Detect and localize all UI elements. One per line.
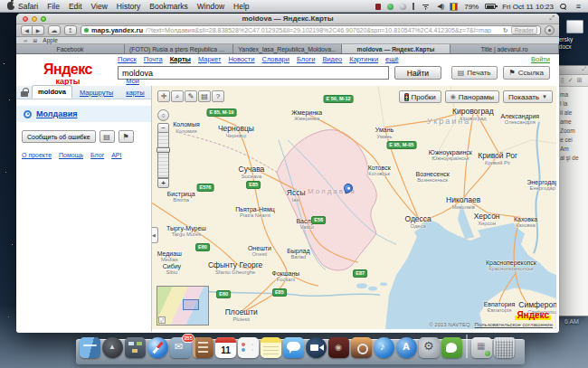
dock-safari[interactable] [147,337,168,358]
notification-center-icon[interactable]: ≡ [576,2,581,11]
dock-reminders[interactable] [238,337,259,358]
share-link-button[interactable]: ⚑ Ссылка [503,66,551,80]
geolocate-button[interactable]: ○ [157,109,169,121]
dock-mission-control[interactable] [125,337,146,358]
yandex-nav-link[interactable]: Почта [144,55,163,63]
magnifier-tool[interactable]: ⌕ [171,90,184,102]
trash-icon[interactable]: ▯ [561,77,564,84]
dock-mail[interactable]: 355 [170,337,191,358]
sidebar-link-button[interactable]: ⚑ [119,130,134,143]
bluetooth-icon[interactable] [413,3,414,10]
yandex-nav-link[interactable]: Поиск [118,55,137,63]
icloud-tabs-button[interactable]: ☁ [48,25,61,35]
dock-notes[interactable] [261,337,281,358]
wifi-icon[interactable] [421,3,431,10]
search-result-item[interactable]: Молдавия [16,106,151,122]
sidebar-tab[interactable]: moldova [32,85,72,99]
sidebar-tab[interactable]: Мои карты [120,75,151,99]
zoom-button[interactable] [41,16,46,22]
background-document-window[interactable]: ⤢ ▯ ✓ ⊞ mal lail aleameZoome ceiAmal şi … [557,65,588,316]
sidebar-collapse-button[interactable]: ◀ [152,227,158,243]
dock-contacts[interactable] [193,337,213,358]
dock-dvd-player[interactable] [328,337,349,358]
fullscreen-icon[interactable]: ⤢ [549,14,555,22]
dock-evernote[interactable] [441,337,462,358]
print-button[interactable]: ▤ Печать [451,66,498,80]
search-input[interactable] [118,66,389,80]
yandex-map-logo[interactable]: Яндекс [515,310,551,320]
grid-icon[interactable]: ⊞ [577,77,583,84]
reading-list-icon[interactable]: ∞ [24,38,27,43]
sidebar-footer-link[interactable]: Блог [90,152,104,158]
menu-item[interactable]: Bookmarks [149,2,188,11]
zoom-slider-handle[interactable] [156,147,170,153]
background-window-titlebar[interactable]: ⤢ [558,66,588,75]
yandex-nav-link[interactable]: Маркет [198,55,221,63]
minimize-button[interactable] [32,16,37,22]
browser-tab[interactable]: Facebook [16,44,125,53]
spotlight-icon[interactable] [560,4,566,10]
search-button[interactable]: Найти [394,66,441,80]
dock-finder[interactable] [80,337,100,358]
panoramas-button[interactable]: ◉ Панорамы [445,90,499,103]
sidebar-footer-link[interactable]: Помощь [59,152,83,158]
print-tool[interactable]: ▤ [198,90,211,102]
menu-item[interactable]: Safari [18,2,38,11]
yandex-nav-link[interactable]: Новости [228,55,254,63]
back-button[interactable]: ◀ [21,25,33,35]
pan-tool[interactable]: ✛ [157,90,170,102]
menu-item[interactable]: History [117,2,140,11]
map-canvas[interactable]: УкраинаМолдавия Жмеринка Жмеринка Коломы… [152,86,556,329]
browser-tab[interactable]: Title | adevarul.ro [450,44,559,53]
menu-item[interactable]: Help [233,2,249,11]
yandex-nav-link[interactable]: Карты [170,55,191,63]
dock-system-preferences[interactable] [419,337,440,358]
desktop-file-icon[interactable]: spersky ...docx [563,20,586,33]
minimap-viewport[interactable] [183,299,199,310]
minimap-expand-icon[interactable]: ⤢ [158,316,166,324]
window-titlebar[interactable]: moldova — Яндекс.Карты ⤢ [16,14,559,24]
menu-item[interactable]: File [47,2,60,11]
result-link[interactable]: Молдавия [36,109,78,118]
bookmark-item[interactable]: Apple [43,37,58,43]
traffic-button[interactable]: Пробки [399,90,441,103]
terms-link[interactable]: Пользовательское соглашение [475,322,553,327]
yandex-nav-link[interactable]: Блоги [297,55,315,63]
reload-icon[interactable]: ↻ [503,27,508,34]
sidebar-tab[interactable]: Маршруты [74,87,119,99]
reader-button[interactable]: Reader [511,26,537,34]
checklist-icon[interactable]: ✓ [568,77,574,84]
address-bar[interactable]: maps.yandex.ru /?text=Молдавия&sll=28.83… [81,25,541,35]
browser-tab[interactable]: (FOTO) Rusia a şters Republica M... [125,44,233,53]
dock-downloads[interactable] [471,337,492,358]
report-error-button[interactable]: Сообщить об ошибке [22,130,96,143]
close-button[interactable] [23,16,28,22]
zoom-out-button[interactable]: − [157,123,169,133]
sidebar-footer-link[interactable]: О проекте [22,152,52,158]
sidebar-footer-link[interactable]: API [111,152,121,158]
overview-minimap[interactable]: ⤢ [156,286,209,326]
show-dropdown-button[interactable]: Показать ▼ [503,90,553,103]
pencil-tool[interactable]: ✎ [185,90,197,102]
forward-button[interactable]: ▶ [33,25,44,35]
yandex-nav-link[interactable]: Словари [261,55,289,63]
downloads-button[interactable] [545,25,555,35]
menu-extra-circle-icon[interactable] [400,4,406,10]
dock-launchpad[interactable] [102,337,123,358]
menu-extra-green-icon[interactable] [387,4,394,10]
dock-calendar[interactable]: 11 [215,337,236,358]
dock-separator[interactable] [466,335,468,358]
login-link[interactable]: Войти [531,55,550,63]
yandex-nav-link[interactable]: Видео [322,55,342,63]
top-sites-icon[interactable]: ⊞ [33,37,37,43]
dock-iphoto[interactable] [351,337,372,358]
help-cursor-tool[interactable]: ? [212,90,224,102]
yandex-nav-link[interactable]: Картинки [349,55,378,63]
menu-item[interactable]: View [91,2,108,11]
dock-facetime[interactable] [306,337,327,358]
dock-app-store[interactable] [396,337,417,358]
dock-itunes[interactable] [374,337,394,358]
browser-tab[interactable]: moldova — Яндекс.Карты [342,44,450,53]
menu-clock[interactable]: Fri Oct 11 10:23 [502,3,554,11]
menu-item[interactable]: Window [197,2,224,11]
